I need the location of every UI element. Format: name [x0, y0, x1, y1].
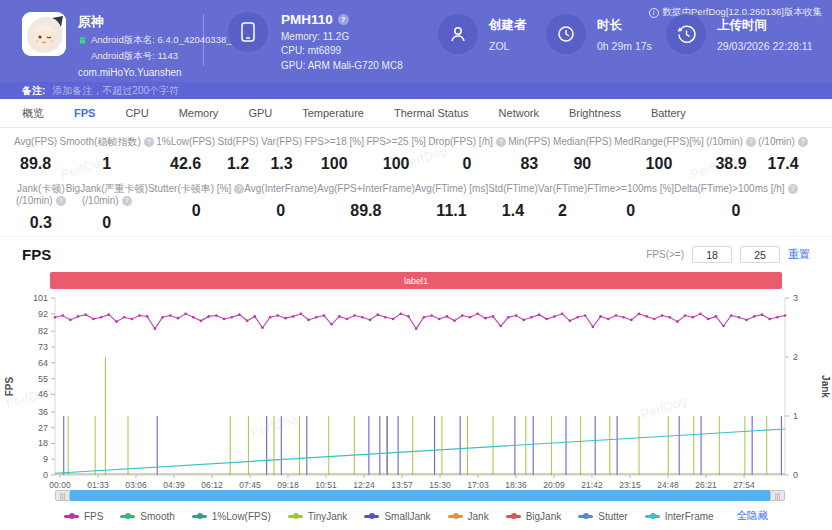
stat-label: Var(FPS)	[261, 136, 302, 148]
device-cpu: CPU: mt6899	[281, 45, 403, 56]
hide-all-button[interactable]: 全隐藏	[737, 509, 769, 523]
stats-row-2: Jank(卡顿)(/10min)?0.3BigJank(严重卡顿)(/10min…	[0, 173, 832, 232]
tab-gpu[interactable]: GPU	[248, 107, 272, 119]
svg-text:01:33: 01:33	[87, 480, 109, 488]
question-mark-icon[interactable]: ?	[798, 137, 808, 147]
legend-marker	[64, 515, 79, 518]
chart-range-scrollbar: ||| |||	[0, 488, 832, 502]
question-mark-icon[interactable]: ?	[496, 137, 506, 147]
stat-value: 0	[674, 202, 798, 220]
legend-item-fps[interactable]: FPS	[64, 511, 103, 522]
device-gpu: GPU: ARM Mali-G720 MC8	[281, 60, 403, 71]
stat-label: MedRange(FPS)[%]	[614, 136, 703, 148]
duration-block: 时长 0h 29m 17s	[546, 14, 652, 54]
fps-chart: 101928273645546362718903210FPSJank00:000…	[0, 290, 832, 488]
chart-legend: FPSSmooth1%Low(FPS)TinyJankSmallJankJank…	[0, 502, 832, 530]
svg-text:46: 46	[38, 389, 48, 399]
question-mark-icon[interactable]: ?	[234, 184, 244, 194]
legend-item-interframe[interactable]: InterFrame	[645, 511, 714, 522]
tab-network[interactable]: Network	[499, 107, 539, 119]
legend-marker	[448, 515, 463, 518]
tab-概览[interactable]: 概览	[22, 106, 44, 121]
section-tab-bar: 概览FPSCPUMemoryGPUTemperatureThermal Stat…	[0, 99, 832, 128]
fps-threshold-input-2[interactable]	[740, 246, 780, 263]
svg-text:13:57: 13:57	[391, 480, 413, 488]
stat-cell: FPS>=25 [%]100	[366, 136, 425, 173]
svg-text:55: 55	[38, 374, 48, 384]
range-handle-left grip-icon[interactable]: |||	[55, 490, 70, 501]
legend-item-1-low-fps-[interactable]: 1%Low(FPS)	[192, 511, 271, 522]
note-bar[interactable]: 备注: 添加备注，不超过200个字符	[0, 82, 832, 99]
app-version-name: Android版本名: 6.4.0_42040338_42...	[91, 34, 250, 47]
question-mark-icon[interactable]: ?	[746, 137, 756, 147]
question-mark-icon[interactable]: ?	[788, 184, 798, 194]
stat-value: 89.8	[317, 202, 415, 220]
stat-value: 1	[60, 155, 154, 173]
question-mark-icon[interactable]: ?	[122, 196, 132, 206]
legend-label: Stutter	[598, 511, 627, 522]
stat-label: (/10min)?	[758, 136, 808, 148]
header-divider	[203, 14, 204, 66]
range-handle-right grip-icon[interactable]: |||	[770, 490, 785, 501]
question-mark-icon[interactable]: ?	[144, 137, 154, 147]
app-icon	[22, 12, 66, 56]
stat-cell: (/10min)?38.9	[706, 136, 756, 173]
tab-brightness[interactable]: Brightness	[569, 107, 621, 119]
svg-text:FPS: FPS	[4, 376, 15, 396]
svg-text:27: 27	[38, 423, 48, 433]
tab-temperature[interactable]: Temperature	[302, 107, 364, 119]
stat-value: 42.6	[156, 155, 215, 173]
svg-text:20:09: 20:09	[543, 480, 565, 488]
legend-item-stutter[interactable]: Stutter	[578, 511, 627, 522]
tab-battery[interactable]: Battery	[651, 107, 686, 119]
tab-cpu[interactable]: CPU	[125, 107, 148, 119]
stat-cell: (/10min)?17.4	[758, 136, 808, 173]
legend-label: SmallJank	[384, 511, 430, 522]
fps-threshold-label: FPS(>=)	[646, 249, 684, 260]
tab-fps[interactable]: FPS	[74, 107, 95, 119]
legend-marker	[645, 515, 660, 518]
fps-threshold-input-1[interactable]	[692, 246, 732, 263]
stat-cell: MedRange(FPS)[%]100	[614, 136, 703, 173]
stat-cell: Std(FPS)1.2	[218, 136, 259, 173]
stat-cell: Avg(FPS)89.8	[14, 136, 57, 173]
duration-label: 时长	[597, 17, 652, 34]
stats-row-1: Avg(FPS)89.8Smooth(稳帧指数)?11%Low(FPS)42.6…	[0, 128, 832, 173]
upload-time-value: 29/03/2026 22:28:11	[717, 40, 813, 52]
stat-label: Var(FTime)	[538, 183, 587, 195]
range-scrollbar-track[interactable]	[70, 490, 770, 501]
reset-button[interactable]: 重置	[788, 247, 810, 262]
duration-value: 0h 29m 17s	[597, 40, 652, 52]
stat-value: 1.2	[218, 155, 259, 173]
question-mark-icon[interactable]: ?	[56, 196, 66, 206]
svg-text:0: 0	[793, 470, 798, 480]
tab-memory[interactable]: Memory	[179, 107, 219, 119]
svg-text:92: 92	[38, 309, 48, 319]
stat-label: BigJank(严重卡顿)(/10min)?	[66, 183, 148, 207]
stat-cell: Avg(FTime) [ms]11.1	[415, 183, 488, 232]
legend-marker	[578, 515, 593, 518]
legend-item-smooth[interactable]: Smooth	[120, 511, 174, 522]
stat-value: 0	[587, 202, 674, 220]
legend-item-bigjank[interactable]: BigJank	[506, 511, 562, 522]
stat-cell: 1%Low(FPS)42.6	[156, 136, 215, 173]
stat-cell: Var(FTime)2	[538, 183, 587, 232]
note-label: 备注:	[22, 84, 45, 98]
legend-item-smalljank[interactable]: SmallJank	[364, 511, 430, 522]
clock-icon	[546, 14, 586, 54]
app-package: com.miHoYo.Yuanshen	[78, 67, 250, 78]
stat-value: 1.4	[488, 202, 538, 220]
stat-label: Std(FPS)	[218, 136, 259, 148]
device-memory: Memory: 11.2G	[281, 31, 403, 42]
legend-item-jank[interactable]: Jank	[448, 511, 489, 522]
legend-item-tinyjank[interactable]: TinyJank	[288, 511, 348, 522]
tab-thermal-status[interactable]: Thermal Status	[394, 107, 469, 119]
stat-label: Median(FPS)	[553, 136, 612, 148]
question-mark-icon[interactable]: ?	[338, 14, 349, 25]
stat-value: 83	[508, 155, 550, 173]
legend-label: Smooth	[140, 511, 174, 522]
stat-label: Smooth(稳帧指数)?	[60, 136, 154, 148]
stat-label: (/10min)?	[706, 136, 756, 148]
legend-label: 1%Low(FPS)	[212, 511, 271, 522]
stat-cell: Stutter(卡顿率) [%]?0	[148, 183, 244, 232]
